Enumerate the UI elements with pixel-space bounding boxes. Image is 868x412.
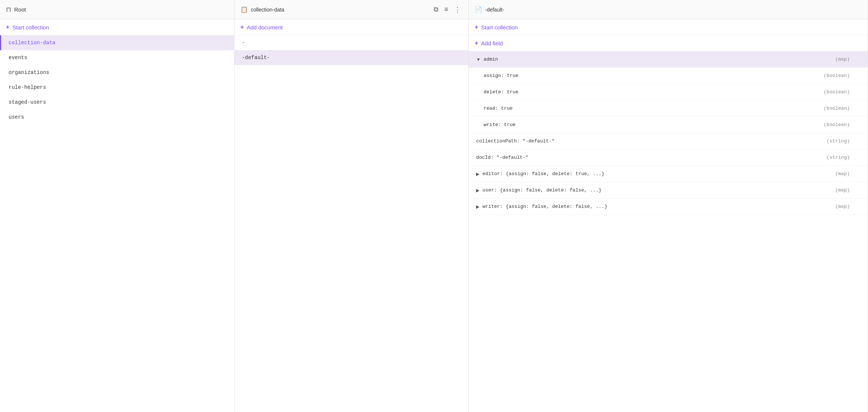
- root-header: ⊓ Root: [0, 0, 234, 19]
- field-type-write: (boolean): [824, 122, 850, 128]
- add-document-button[interactable]: Add document: [247, 24, 283, 30]
- document-icon: 📄: [475, 6, 482, 13]
- field-key-read: read: true: [484, 106, 824, 111]
- document-list: - -default-: [234, 35, 469, 412]
- start-collection-row[interactable]: + Start collection: [0, 19, 234, 35]
- field-key-assign: assign: true: [484, 73, 824, 78]
- more-button[interactable]: ⋮: [453, 5, 462, 15]
- document-item-dash[interactable]: -: [234, 35, 469, 50]
- field-row-write[interactable]: write: true (boolean) ✏: [469, 117, 868, 133]
- field-key-editor: editor: {assign: false, delete: true, ..…: [482, 171, 835, 177]
- columns: ⊓ Root + Start collection collection-dat…: [0, 0, 868, 412]
- fields-list: ▼ admin (map) ✏ assign: true (boolean) ✏: [469, 51, 868, 412]
- app: ⊓ Root + Start collection collection-dat…: [0, 0, 868, 412]
- field-type-writer: (map): [835, 204, 850, 209]
- collection-item[interactable]: staged-users: [0, 95, 234, 110]
- start-collection-plus-icon-2: +: [475, 24, 478, 30]
- field-type-user: (map): [835, 187, 850, 193]
- field-type-collectionpath: (string): [827, 138, 850, 144]
- field-row-editor[interactable]: ▶ editor: {assign: false, delete: true, …: [469, 166, 868, 182]
- start-collection-row-2[interactable]: + Start collection: [469, 19, 868, 35]
- copy-button[interactable]: ⧉: [432, 5, 440, 14]
- field-row-docid[interactable]: docId: "-default-" (string) ✏: [469, 149, 868, 166]
- filter-button[interactable]: ≡: [443, 5, 450, 14]
- field-type-delete: (boolean): [824, 89, 850, 95]
- expand-editor-icon[interactable]: ▶: [476, 171, 479, 177]
- collection-item[interactable]: organizations: [0, 65, 234, 80]
- collection-list: collection-data events organizations rul…: [0, 35, 234, 412]
- collection-item[interactable]: collection-data: [0, 35, 234, 50]
- field-row-delete[interactable]: delete: true (boolean) ✏: [469, 84, 868, 100]
- expand-admin-icon[interactable]: ▼: [476, 57, 481, 62]
- field-row-assign[interactable]: assign: true (boolean) ✏: [469, 68, 868, 84]
- field-type-docid: (string): [827, 155, 850, 160]
- field-type-assign: (boolean): [824, 73, 850, 78]
- field-key-write: write: true: [484, 122, 824, 128]
- add-field-plus-icon: +: [475, 40, 478, 46]
- column-collection: 📋 collection-data ⧉ ≡ ⋮ + Add document -…: [234, 0, 469, 412]
- expand-writer-icon[interactable]: ▶: [476, 204, 479, 209]
- field-type-admin: (map): [835, 57, 850, 62]
- document-header-title: -default-: [485, 7, 504, 13]
- field-type-read: (boolean): [824, 106, 850, 111]
- collection-doc-icon: 📋: [240, 6, 248, 13]
- column-root: ⊓ Root + Start collection collection-dat…: [0, 0, 234, 412]
- field-row-writer[interactable]: ▶ writer: {assign: false, delete: false,…: [469, 199, 868, 215]
- field-key-writer: writer: {assign: false, delete: false, .…: [482, 204, 835, 209]
- field-type-editor: (map): [835, 171, 850, 177]
- document-header: 📄 -default-: [469, 0, 868, 19]
- collection-item[interactable]: rule-helpers: [0, 80, 234, 95]
- collection-item[interactable]: events: [0, 50, 234, 65]
- collection-header-actions: ⧉ ≡ ⋮: [432, 5, 463, 15]
- collection-item[interactable]: users: [0, 110, 234, 125]
- field-key-delete: delete: true: [484, 89, 824, 95]
- add-field-button[interactable]: Add field: [481, 40, 503, 46]
- field-row-admin[interactable]: ▼ admin (map) ✏: [469, 51, 868, 68]
- start-collection-plus-icon: +: [6, 24, 9, 30]
- field-key-user: user: {assign: false, delete: false, ...…: [482, 187, 835, 193]
- start-collection-button[interactable]: Start collection: [12, 24, 49, 30]
- field-key-docid: docId: "-default-": [476, 155, 826, 160]
- field-row-user[interactable]: ▶ user: {assign: false, delete: false, .…: [469, 182, 868, 199]
- field-row-read[interactable]: read: true (boolean) ✏: [469, 100, 868, 117]
- collection-header: 📋 collection-data ⧉ ≡ ⋮: [234, 0, 469, 19]
- add-field-row[interactable]: + Add field: [469, 35, 868, 51]
- field-key-collectionpath: collectionPath: "-default-": [476, 138, 826, 144]
- document-item-default[interactable]: -default-: [234, 50, 469, 65]
- start-collection-button-2[interactable]: Start collection: [481, 24, 518, 30]
- field-key-admin: admin: [484, 57, 835, 62]
- column-document: 📄 -default- + Start collection + Add fie…: [469, 0, 868, 412]
- expand-user-icon[interactable]: ▶: [476, 188, 479, 193]
- root-title: Root: [14, 6, 26, 13]
- add-document-plus-icon: +: [240, 24, 244, 30]
- collection-header-title: collection-data: [251, 7, 284, 13]
- field-row-collectionpath[interactable]: collectionPath: "-default-" (string) ✏: [469, 133, 868, 149]
- add-document-row[interactable]: + Add document: [234, 19, 469, 35]
- database-icon: ⊓: [6, 6, 11, 14]
